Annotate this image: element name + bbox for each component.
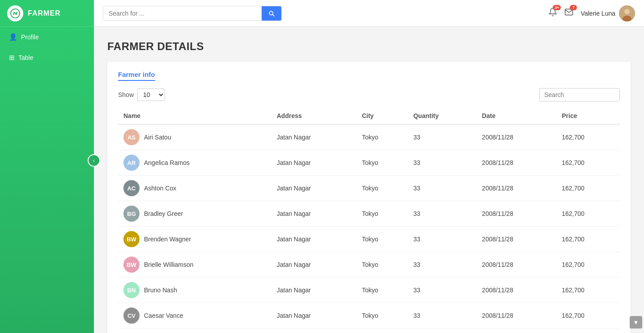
cell-quantity: 33 xyxy=(408,201,476,227)
show-select[interactable]: 10 25 50 100 xyxy=(137,89,165,101)
cell-date: 2008/11/28 xyxy=(477,303,557,329)
cell-price: 162,700 xyxy=(556,278,620,303)
cell-quantity: 33 xyxy=(408,124,476,150)
svg-point-4 xyxy=(624,9,630,14)
sidebar-collapse-button[interactable]: ‹ xyxy=(88,154,100,167)
cell-name: CS Cara Stevens xyxy=(118,329,271,333)
sidebar: FARMER 👤 Profile ⊞ Table ‹ xyxy=(0,0,94,333)
cell-address: Jatan Nagar xyxy=(271,303,356,329)
svg-point-2 xyxy=(16,12,17,13)
table-row[interactable]: AR Angelica Ramos Jatan Nagar Tokyo 33 2… xyxy=(118,150,620,176)
table-row[interactable]: BG Bradley Greer Jatan Nagar Tokyo 33 20… xyxy=(118,201,620,227)
table-row[interactable]: AS Airi Satou Jatan Nagar Tokyo 33 2008/… xyxy=(118,124,620,150)
cell-quantity: 33 xyxy=(408,150,476,176)
farmer-avatar: AC xyxy=(123,180,140,196)
col-price: Price xyxy=(556,108,620,124)
sidebar-item-profile[interactable]: 👤 Profile xyxy=(0,27,94,47)
cell-address: Jatan Nagar xyxy=(271,150,356,176)
cell-name: AR Angelica Ramos xyxy=(118,150,271,176)
farmer-name: Ashton Cox xyxy=(144,185,176,192)
table-header-row: Name Address City Quantity Date Price xyxy=(118,108,620,124)
farmer-name: Angelica Ramos xyxy=(144,159,190,166)
scroll-down-button[interactable]: ▼ xyxy=(630,316,642,329)
show-label: Show xyxy=(118,91,134,98)
table-search-input[interactable] xyxy=(539,88,620,101)
table-row[interactable]: CV Caesar Vance Jatan Nagar Tokyo 33 200… xyxy=(118,303,620,329)
cell-city: Tokyo xyxy=(356,278,408,303)
cell-name: AS Airi Satou xyxy=(118,124,271,150)
cell-city: Tokyo xyxy=(356,329,408,333)
cell-city: Tokyo xyxy=(356,176,408,201)
cell-price: 162,700 xyxy=(556,329,620,333)
main-content: 3+ 7 Valerie Luna xyxy=(94,0,644,333)
table-row[interactable]: CS Cara Stevens Jatan Nagar Tokyo 33 200… xyxy=(118,329,620,333)
cell-name: BW Brielle Williamson xyxy=(118,252,271,278)
farmer-name: Bradley Greer xyxy=(144,210,183,217)
logo-icon xyxy=(7,5,23,21)
farmer-avatar: BW xyxy=(123,231,140,247)
cell-date: 2008/11/28 xyxy=(477,278,557,303)
notifications-button[interactable]: 3+ xyxy=(548,8,557,19)
search-wrapper xyxy=(103,6,282,21)
cell-city: Tokyo xyxy=(356,227,408,252)
show-entries: Show 10 25 50 100 xyxy=(118,89,165,101)
sidebar-item-table[interactable]: ⊞ Table xyxy=(0,47,94,68)
farmer-info-tab[interactable]: Farmer info xyxy=(118,71,155,81)
cell-date: 2008/11/28 xyxy=(477,124,557,150)
table-row[interactable]: BN Bruno Nash Jatan Nagar Tokyo 33 2008/… xyxy=(118,278,620,303)
farmer-name: Caesar Vance xyxy=(144,312,183,319)
cell-name: BG Bradley Greer xyxy=(118,201,271,227)
data-table: Name Address City Quantity Date Price AS xyxy=(118,108,620,333)
farmer-name: Brenden Wagner xyxy=(144,236,191,243)
table-body: AS Airi Satou Jatan Nagar Tokyo 33 2008/… xyxy=(118,124,620,333)
cell-price: 162,700 xyxy=(556,124,620,150)
profile-icon: 👤 xyxy=(9,33,17,41)
col-city: City xyxy=(356,108,408,124)
cell-date: 2008/11/28 xyxy=(477,201,557,227)
svg-point-1 xyxy=(13,13,14,15)
table-row[interactable]: BW Brielle Williamson Jatan Nagar Tokyo … xyxy=(118,252,620,278)
cell-quantity: 33 xyxy=(408,252,476,278)
farmer-avatar: AS xyxy=(123,129,140,145)
sidebar-item-label-profile: Profile xyxy=(21,34,39,41)
content-area: FARMER DETAILS Farmer info Show 10 25 50… xyxy=(94,27,644,333)
cell-address: Jatan Nagar xyxy=(271,252,356,278)
page-title: FARMER DETAILS xyxy=(107,40,631,53)
cell-address: Jatan Nagar xyxy=(271,329,356,333)
messages-button[interactable]: 7 xyxy=(564,8,573,19)
farmer-avatar: CV xyxy=(123,308,140,324)
cell-date: 2008/11/28 xyxy=(477,150,557,176)
table-row[interactable]: BW Brenden Wagner Jatan Nagar Tokyo 33 2… xyxy=(118,227,620,252)
cell-address: Jatan Nagar xyxy=(271,278,356,303)
cell-date: 2008/11/28 xyxy=(477,329,557,333)
cell-name: CV Caesar Vance xyxy=(118,303,271,329)
cell-quantity: 33 xyxy=(408,227,476,252)
notifications-badge: 3+ xyxy=(553,5,561,10)
sidebar-item-label-table: Table xyxy=(18,54,33,61)
cell-address: Jatan Nagar xyxy=(271,201,356,227)
topbar-right: 3+ 7 Valerie Luna xyxy=(548,5,635,21)
cell-address: Jatan Nagar xyxy=(271,227,356,252)
cell-price: 162,700 xyxy=(556,176,620,201)
cell-city: Tokyo xyxy=(356,150,408,176)
sidebar-header: FARMER xyxy=(0,0,94,27)
cell-quantity: 33 xyxy=(408,303,476,329)
cell-address: Jatan Nagar xyxy=(271,124,356,150)
cell-name: AC Ashton Cox xyxy=(118,176,271,201)
cell-address: Jatan Nagar xyxy=(271,176,356,201)
user-info[interactable]: Valerie Luna xyxy=(580,5,635,21)
cell-quantity: 33 xyxy=(408,176,476,201)
brand-name: FARMER xyxy=(28,9,61,17)
search-button[interactable] xyxy=(262,6,281,21)
table-icon: ⊞ xyxy=(9,54,15,62)
table-row[interactable]: AC Ashton Cox Jatan Nagar Tokyo 33 2008/… xyxy=(118,176,620,201)
table-controls: Show 10 25 50 100 xyxy=(118,88,620,101)
search-input[interactable] xyxy=(103,6,262,21)
cell-name: BN Bruno Nash xyxy=(118,278,271,303)
cell-date: 2008/11/28 xyxy=(477,227,557,252)
farmer-avatar: AR xyxy=(123,155,140,171)
cell-city: Tokyo xyxy=(356,124,408,150)
cell-price: 162,700 xyxy=(556,227,620,252)
cell-quantity: 33 xyxy=(408,329,476,333)
farmer-name: Brielle Williamson xyxy=(144,261,193,268)
